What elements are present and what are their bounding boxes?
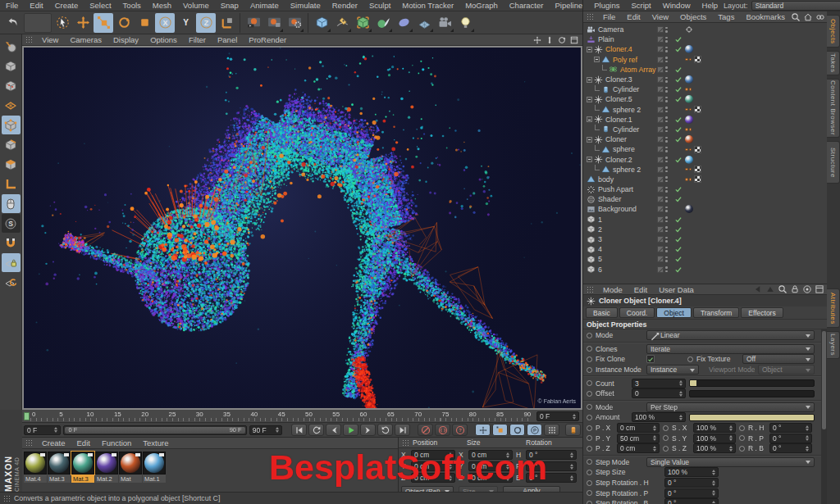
viewport-menu-options[interactable]: Options — [144, 35, 183, 44]
value-field[interactable]: 0 cm — [617, 443, 660, 453]
visibility-toggles[interactable] — [657, 266, 668, 273]
layer-icon[interactable] — [657, 76, 664, 83]
enabled-check-icon[interactable] — [674, 245, 682, 253]
menu-simulate[interactable]: Simulate — [285, 1, 326, 10]
texture-tag-icon[interactable] — [694, 166, 701, 173]
texture-mode-tool[interactable] — [2, 76, 21, 95]
anim-dot-icon[interactable] — [587, 404, 592, 410]
visibility-dots-icon[interactable] — [665, 197, 668, 202]
coordsys-tool[interactable] — [217, 13, 236, 33]
enabled-check-icon[interactable] — [674, 95, 682, 103]
layer-icon[interactable] — [657, 26, 664, 33]
viewport-menu-panel[interactable]: Panel — [212, 35, 243, 44]
kparam-toggle[interactable]: P — [527, 424, 542, 436]
visibility-dots-icon[interactable] — [665, 97, 668, 102]
value-field[interactable]: 100 % — [693, 443, 736, 453]
om-menu-edit[interactable]: Edit — [621, 12, 646, 21]
offset-slider[interactable] — [689, 390, 815, 397]
enabled-check-icon[interactable] — [674, 216, 682, 224]
viewport-menu-cameras[interactable]: Cameras — [64, 35, 107, 44]
material-mat[interactable]: Mat — [119, 452, 142, 483]
enabled-check-icon[interactable] — [674, 135, 682, 143]
material-tag-icon[interactable] — [685, 45, 693, 53]
layer-icon[interactable] — [657, 226, 664, 233]
visibility-dots-icon[interactable] — [665, 37, 668, 43]
material-menu-function[interactable]: Function — [96, 438, 137, 447]
layer-icon[interactable] — [657, 107, 664, 113]
layer-icon[interactable] — [657, 96, 664, 102]
anim-dot-icon[interactable] — [587, 415, 592, 420]
object-row-sphere-2[interactable]: sphere 2 — [587, 165, 827, 175]
end-frame-field[interactable]: 90 F — [249, 425, 282, 435]
object-row-cloner-4[interactable]: Cloner.4 — [587, 44, 827, 54]
visibility-dots-icon[interactable] — [665, 27, 668, 33]
visibility-dots-icon[interactable] — [665, 116, 668, 122]
model-mode-tool[interactable] — [2, 57, 21, 75]
solo-button[interactable] — [565, 424, 581, 436]
object-row-4[interactable]: 4 — [587, 244, 827, 254]
sds-tool[interactable] — [353, 13, 372, 33]
visibility-dots-icon[interactable] — [665, 237, 668, 243]
layer-icon[interactable] — [657, 57, 664, 63]
menu-mesh[interactable]: Mesh — [147, 1, 177, 10]
tstart-button[interactable] — [291, 424, 307, 436]
mode-dropdown[interactable]: Linear — [646, 330, 815, 340]
material-menu-texture[interactable]: Texture — [137, 438, 174, 447]
live-selection-tool[interactable] — [52, 13, 72, 33]
back-icon[interactable] — [753, 284, 763, 294]
step-mode-dropdown[interactable]: Single Value — [646, 457, 815, 467]
play-button[interactable] — [343, 424, 358, 436]
object-row-cloner-2[interactable]: Cloner.2 — [587, 154, 827, 164]
anim-dot-icon[interactable] — [663, 446, 669, 452]
anim-dot-icon[interactable] — [587, 480, 592, 486]
visibility-dots-icon[interactable] — [665, 137, 668, 143]
tab-object[interactable]: Object — [656, 307, 692, 318]
layer-icon[interactable] — [657, 46, 664, 52]
am-menu-user-data[interactable]: User Data — [653, 285, 700, 294]
axis-mode-tool[interactable] — [2, 175, 21, 193]
points-mode-tool[interactable] — [2, 116, 21, 134]
value-field[interactable]: 100 % — [693, 434, 736, 443]
material-mat-2[interactable]: Mat.2 — [95, 452, 118, 483]
visibility-toggles[interactable] — [657, 166, 668, 173]
texture-tag-icon[interactable] — [694, 106, 701, 113]
anim-dot-icon[interactable] — [687, 356, 693, 362]
visibility-dots-icon[interactable] — [665, 47, 668, 52]
object-row-cylinder[interactable]: Cylinder — [587, 125, 827, 134]
layer-icon[interactable] — [657, 256, 664, 262]
expand-toggle-icon[interactable] — [594, 57, 600, 62]
deformer-tool[interactable] — [373, 13, 393, 33]
layout-select[interactable]: Standard — [751, 1, 840, 11]
value-field[interactable]: 0 ° — [769, 423, 812, 433]
layer-icon[interactable] — [657, 246, 664, 252]
camera-tool[interactable] — [435, 13, 454, 33]
object-row-cloner[interactable]: Cloner — [587, 134, 827, 144]
material-mat-3[interactable]: Mat.3 — [48, 452, 71, 483]
tweak-mode-tool[interactable] — [2, 194, 21, 213]
visibility-toggles[interactable] — [657, 216, 668, 223]
om-menu-bookmarks[interactable]: Bookmarks — [740, 12, 791, 21]
tab-basic[interactable]: Basic — [586, 307, 618, 318]
visibility-toggles[interactable] — [657, 157, 668, 163]
visibility-dots-icon[interactable] — [665, 107, 668, 112]
visibility-dots-icon[interactable] — [665, 216, 668, 222]
tab-transform[interactable]: Transform — [693, 307, 739, 318]
wp-transform-tool[interactable] — [2, 273, 21, 292]
texture-tag-icon[interactable] — [694, 175, 701, 183]
expand-toggle-icon[interactable] — [587, 116, 592, 122]
anim-dot-icon[interactable] — [587, 346, 592, 352]
orbit-icon[interactable] — [557, 35, 567, 45]
om-menu-view[interactable]: View — [646, 12, 674, 21]
material-tag-icon[interactable] — [685, 116, 693, 124]
anim-dot-icon[interactable] — [587, 501, 592, 504]
viewport-render[interactable] — [24, 48, 581, 408]
object-row-2[interactable]: 2 — [587, 225, 827, 234]
layer-icon[interactable] — [657, 186, 664, 193]
search-icon[interactable] — [778, 284, 788, 294]
object-row-cloner-5[interactable]: Cloner.5 — [587, 94, 827, 104]
object-row-camera[interactable]: Camera — [587, 25, 827, 34]
value-field[interactable]: 100 % — [664, 467, 719, 477]
menu-plugins[interactable]: Plugins — [588, 1, 625, 10]
layer-icon[interactable] — [657, 36, 664, 43]
layer-icon[interactable] — [657, 206, 664, 212]
